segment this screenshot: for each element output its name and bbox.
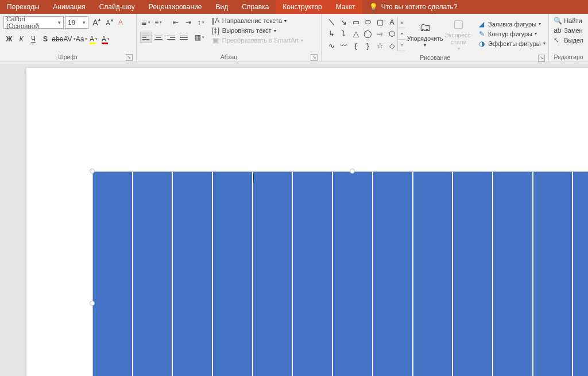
shape-line-arrow-icon[interactable]: ↘ <box>339 18 349 26</box>
group-label-font: Шрифт ↘ <box>2 52 134 62</box>
shape-fill-button[interactable]: ◢Заливка фигуры ▾ <box>477 20 546 28</box>
find-button[interactable]: 🔍Найти <box>554 17 583 25</box>
italic-button[interactable]: К <box>16 33 27 45</box>
tab-help[interactable]: Справка <box>235 0 276 14</box>
bullets-button[interactable]: ≣ <box>140 17 152 28</box>
shape-arrow-icon[interactable]: ⇨ <box>375 29 385 38</box>
shape-textbox-icon[interactable]: A <box>387 18 397 26</box>
increase-indent-button[interactable]: ⇥ <box>183 17 194 28</box>
replace-button[interactable]: abЗамен <box>554 26 583 34</box>
selection-frame <box>92 171 588 376</box>
resize-handle-tl[interactable] <box>90 168 95 174</box>
tell-me-search[interactable]: 💡 Что вы хотите сделать? <box>362 3 465 11</box>
shrink-font-button[interactable]: A▾ <box>102 17 114 28</box>
shape-circle-icon[interactable]: ◯ <box>363 29 373 38</box>
tab-transitions[interactable]: Переходы <box>0 0 46 14</box>
align-right-button[interactable] <box>165 32 177 43</box>
numbering-button[interactable]: ≡ <box>153 17 164 28</box>
tab-design-context[interactable]: Конструктор <box>276 0 328 14</box>
clear-formatting-button[interactable]: A <box>115 17 126 28</box>
numbering-icon: ≡ <box>154 18 158 26</box>
smartart-icon: ▣ <box>211 36 220 44</box>
paragraph-dialog-launcher[interactable]: ↘ <box>311 54 318 61</box>
align-left-button[interactable] <box>140 32 152 43</box>
shape-brace-r-icon[interactable]: } <box>363 41 373 50</box>
shape-star-icon[interactable]: ☆ <box>375 41 385 50</box>
tab-layout-context[interactable]: Макет <box>329 0 362 14</box>
ribbon-tabs: Переходы Анимация Слайд-шоу Рецензирован… <box>0 0 588 14</box>
align-text-button[interactable]: [‡]Выровнять текст ▾ <box>211 26 303 34</box>
lightbulb-icon: 💡 <box>369 3 378 11</box>
slide-canvas-area[interactable] <box>0 62 588 376</box>
resize-handle-ml[interactable] <box>90 301 95 306</box>
shape-elbow-icon[interactable]: ⤵ <box>339 29 349 38</box>
group-label-drawing: Рисование ↘ <box>324 53 546 62</box>
shape-brace-l-icon[interactable]: { <box>351 41 361 50</box>
shape-line-icon[interactable]: ＼ <box>327 18 336 26</box>
line-spacing-button[interactable]: ↕ <box>195 17 207 28</box>
font-dialog-launcher[interactable]: ↘ <box>126 54 133 61</box>
shape-rounded-rect-icon[interactable]: ⬭ <box>363 18 373 26</box>
group-paragraph: ≣ ≡ ⇤ ⇥ ↕ ▥ ‖AНаправление текста ▾ <box>137 14 322 62</box>
resize-handle-tm[interactable] <box>350 168 355 174</box>
tab-review[interactable]: Рецензирование <box>142 0 209 14</box>
ribbon: Calibri (Основной▾ 18▾ A▴ A▾ A Ж К Ч S a… <box>0 14 588 62</box>
arrange-button[interactable]: 🗂 Упорядочить▾ <box>409 20 441 48</box>
slide[interactable] <box>26 68 588 376</box>
convert-smartart-button: ▣Преобразовать в SmartArt ▾ <box>211 36 303 44</box>
shape-callout-icon[interactable]: ◇ <box>387 41 397 50</box>
shape-hexagon-icon[interactable]: ⬡ <box>387 29 397 38</box>
font-size-value: 18 <box>68 19 75 26</box>
shape-connector-icon[interactable]: ↳ <box>327 29 336 38</box>
char-spacing-button[interactable]: AV <box>64 33 75 45</box>
tab-view[interactable]: Вид <box>209 0 235 14</box>
drawing-dialog-launcher[interactable]: ↘ <box>538 55 545 62</box>
align-justify-button[interactable] <box>178 32 189 43</box>
gallery-more-button[interactable]: ▿ <box>398 40 405 51</box>
effects-icon: ◑ <box>477 40 486 48</box>
decrease-indent-button[interactable]: ⇤ <box>170 17 181 28</box>
indent-icon: ⇥ <box>185 18 191 26</box>
bucket-icon: ◢ <box>477 20 486 28</box>
shape-curve-icon[interactable]: ∿ <box>327 41 336 50</box>
bold-button[interactable]: Ж <box>3 33 15 45</box>
shape-freeform-icon[interactable]: 〰 <box>339 41 349 50</box>
font-name-combo[interactable]: Calibri (Основной▾ <box>3 16 64 29</box>
underline-button[interactable]: Ч <box>28 33 39 45</box>
bullets-icon: ≣ <box>141 18 147 26</box>
font-color-button[interactable]: A <box>100 33 111 45</box>
tell-me-placeholder: Что вы хотите сделать? <box>381 3 458 11</box>
change-case-button[interactable]: Aa <box>76 33 87 45</box>
shape-triangle-icon[interactable]: △ <box>351 29 361 38</box>
text-direction-button[interactable]: ‖AНаправление текста ▾ <box>211 17 303 25</box>
table-selection[interactable] <box>92 171 588 376</box>
quick-styles-button: ▢ Экспресс-стили▾ <box>444 16 473 52</box>
pointer-icon: ↖ <box>554 36 562 44</box>
quick-styles-icon: ▢ <box>450 16 467 31</box>
group-drawing: ＼ ↘ ▭ ⬭ ▢ A ↳ ⤵ △ ◯ ⇨ ⬡ ∿ 〰 { } ☆ <box>322 14 549 62</box>
shape-effects-button[interactable]: ◑Эффекты фигуры ▾ <box>477 40 546 48</box>
font-name-value: Calibri (Основной <box>6 16 56 29</box>
tab-slideshow[interactable]: Слайд-шоу <box>92 0 142 14</box>
grow-font-button[interactable]: A▴ <box>90 17 101 28</box>
align-center-button[interactable] <box>153 32 164 43</box>
columns-button[interactable]: ▥ <box>194 32 206 43</box>
highlight-button[interactable]: A <box>88 33 99 45</box>
shape-rect-icon[interactable]: ▭ <box>351 18 361 26</box>
select-button[interactable]: ↖Выдел <box>554 36 583 44</box>
strikethrough-button[interactable]: abc <box>52 33 63 45</box>
columns-icon: ▥ <box>195 33 201 41</box>
font-color-swatch-icon <box>102 43 108 44</box>
shapes-gallery[interactable]: ＼ ↘ ▭ ⬭ ▢ A ↳ ⤵ △ ◯ ⇨ ⬡ ∿ 〰 { } ☆ <box>326 17 397 51</box>
gallery-down-button[interactable]: ▾ <box>398 28 405 40</box>
highlight-swatch-icon <box>90 43 96 44</box>
pen-icon: ✎ <box>477 30 486 38</box>
text-shadow-button[interactable]: S <box>40 33 51 45</box>
align-text-icon: [‡] <box>211 26 220 34</box>
font-size-combo[interactable]: 18▾ <box>65 16 88 29</box>
shape-outline-button[interactable]: ✎Контур фигуры ▾ <box>477 30 546 38</box>
gallery-up-button[interactable]: ▴ <box>398 17 405 28</box>
tab-animations[interactable]: Анимация <box>46 0 92 14</box>
group-font: Calibri (Основной▾ 18▾ A▴ A▾ A Ж К Ч S a… <box>0 14 137 62</box>
shape-square-icon[interactable]: ▢ <box>375 18 385 26</box>
